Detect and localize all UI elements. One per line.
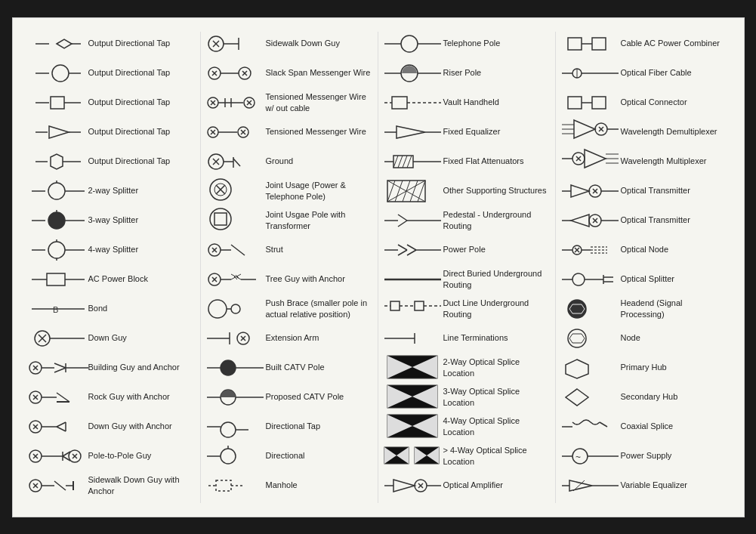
column-2: Sidewalk Down Guy Slack Span Messenger W… (201, 32, 378, 503)
svg-line-121 (231, 245, 245, 255)
label: Rock Guy with Anchor (88, 391, 196, 402)
label: Primary Hub (621, 362, 729, 372)
extension-arm: Extension Arm (205, 326, 373, 350)
svg-line-279 (600, 422, 607, 427)
svg-point-146 (221, 422, 236, 437)
label: Output Directional Tap (88, 97, 196, 107)
label: Optical Transmitter (621, 215, 729, 225)
symbol-coaxial-splice (560, 415, 621, 439)
symbol-built-catv-pole (205, 356, 266, 380)
joint-usage: Joint Usage (Power & Telephone Pole) (205, 179, 373, 203)
symbol-2way-optical-splice (383, 356, 443, 380)
symbol-variable-equalizer (560, 474, 621, 498)
label: Joint Usage (Power & Telephone Pole) (266, 180, 373, 202)
svg-line-169 (398, 156, 403, 168)
label: Output Directional Tap (88, 38, 196, 48)
symbol-diamond (28, 32, 88, 56)
svg-marker-253 (571, 215, 589, 227)
svg-line-177 (395, 181, 403, 202)
label: Fixed Flat Attenuators (443, 156, 551, 166)
optical-connector: Optical Connector (560, 91, 729, 115)
symbol-bond: B (28, 297, 88, 321)
svg-point-132 (231, 304, 240, 313)
symbol-ac-power-block (28, 267, 88, 292)
label: Node (621, 332, 729, 343)
label: Sidewalk Down Guy (266, 38, 373, 48)
symbol-4way-plus-optical-splice (383, 444, 443, 468)
sidewalk-down-guy: Sidewalk Down Guy (205, 32, 373, 56)
label: Wavelength Multiplexer (621, 156, 729, 166)
rock-guy-anchor: Rock Guy with Anchor (28, 385, 196, 409)
label: Cable AC Power Combiner (621, 38, 729, 48)
output-directional-tap-3: Output Directional Tap (28, 91, 196, 115)
down-guy-anchor: Down Guy with Anchor (28, 415, 196, 439)
optical-fiber-cable: Optical Fiber Cable (560, 61, 729, 85)
symbol-wavelength-demultiplexer (560, 120, 621, 144)
vault-handheld: Vault Handheld (383, 91, 551, 115)
wavelength-demultiplexer: Wavelength Demultiplexer (560, 120, 729, 144)
symbol-line-terminations (383, 326, 443, 350)
down-guy: Down Guy (28, 326, 196, 350)
symbol-vault-handheld (383, 91, 443, 115)
4way-plus-optical-splice: > 4-Way Optical Splice Location (383, 444, 551, 468)
node: Node (560, 326, 729, 350)
symbol-tensioned-messenger (205, 120, 266, 144)
label: Directional Tap (266, 421, 373, 431)
duct-line: Duct Line Underground Routing (383, 297, 551, 321)
svg-marker-164 (397, 126, 425, 138)
svg-text:B: B (53, 305, 58, 314)
label: Output Directional Tap (88, 156, 196, 166)
primary-hub: Primary Hub (560, 356, 729, 380)
svg-point-16 (48, 183, 65, 199)
symbol-cable-ac-power-combiner (560, 32, 621, 56)
label: Fixed Equalizer (443, 126, 551, 137)
label: Optical Splitter (621, 273, 729, 284)
svg-marker-275 (569, 334, 585, 343)
optical-splitter: Optical Splitter (560, 267, 729, 292)
label: Optical Node (621, 244, 729, 255)
label: Output Directional Tap (88, 126, 196, 137)
power-supply: ~ Power Supply (560, 444, 729, 468)
power-pole: Power Pole (383, 238, 551, 262)
label: Joint Usgae Pole with Transformer (266, 209, 373, 231)
svg-point-155 (401, 35, 418, 52)
tree-guy-anchor: Tree Guy with Anchor (205, 267, 373, 292)
output-directional-tap-4: Output Directional Tap (28, 120, 196, 144)
label: 3-Way Optical Splice Location (443, 386, 551, 408)
svg-marker-285 (569, 480, 592, 491)
label: > 4-Way Optical Splice Location (443, 445, 551, 467)
label: Optical Connector (621, 97, 729, 107)
label: Proposed CATV Pole (266, 391, 373, 402)
symbol-manhole (205, 474, 266, 498)
svg-point-272 (568, 300, 586, 318)
label: Tensioned Messenger Wire w/ out cable (266, 91, 373, 113)
label: 2-way Splitter (88, 185, 196, 196)
svg-line-168 (393, 156, 398, 168)
svg-line-110 (233, 159, 240, 166)
sidewalk-down-guy-anchor: Sidewalk Down Guy with Anchor (28, 474, 196, 498)
symbol-4way-optical-splice (383, 415, 443, 439)
tensioned-messenger: Tensioned Messenger Wire (205, 120, 373, 144)
svg-text:~: ~ (575, 452, 581, 462)
label: Tree Guy with Anchor (266, 273, 373, 284)
output-directional-tap-2: Output Directional Tap (28, 61, 196, 85)
label: Bond (88, 303, 196, 313)
svg-rect-227 (568, 97, 582, 109)
svg-rect-220 (568, 38, 582, 50)
symbol-power-pole (383, 238, 443, 262)
symbol-optical-transmitter-2 (560, 208, 621, 233)
svg-line-49 (57, 393, 69, 402)
svg-line-187 (398, 250, 407, 255)
column-3: Telephone Pole Riser Pole Vault Handheld… (378, 32, 556, 503)
svg-marker-1 (57, 39, 72, 48)
symbol-down-guy-anchor (28, 415, 88, 439)
other-supporting: Other Supporting Structures (383, 179, 551, 203)
symbol-optical-splitter (560, 267, 621, 292)
label: Strut (266, 244, 373, 255)
label: Wavelength Demultiplexer (621, 126, 729, 137)
optical-node: Optical Node (560, 238, 729, 262)
svg-line-72 (54, 481, 66, 490)
label: Down Guy with Anchor (88, 421, 196, 431)
symbol-joint-usgae-transformer (205, 208, 266, 233)
symbol-triangle-line (28, 120, 88, 144)
